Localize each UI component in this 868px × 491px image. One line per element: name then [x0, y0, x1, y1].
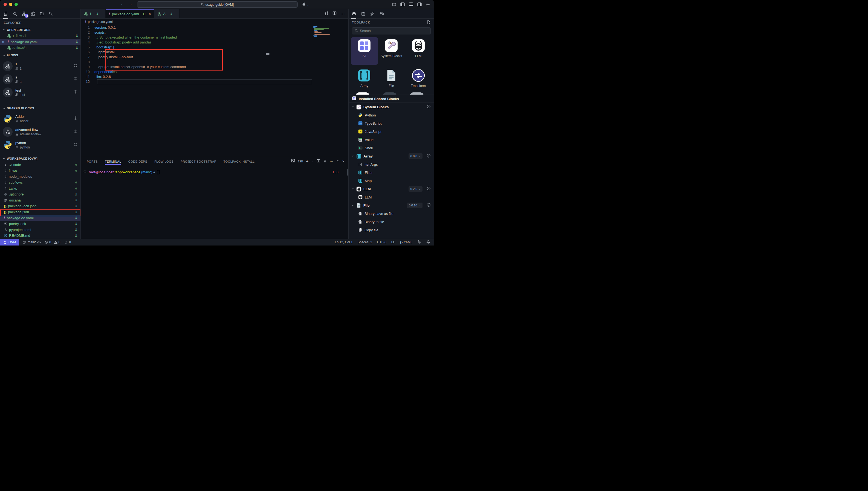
- maximize-window-button[interactable]: [15, 3, 18, 6]
- panel-tab-code-deps[interactable]: CODE DEPS: [128, 158, 147, 165]
- version-selector[interactable]: 0.0.8⌄: [409, 153, 423, 159]
- code-line[interactable]: 2scripts:: [81, 30, 348, 35]
- block-group-llm[interactable]: LLM0.2.6⌄: [349, 185, 434, 193]
- version-selector[interactable]: 0.2.6⌄: [409, 186, 423, 192]
- block-item-python[interactable]: Python: [355, 111, 434, 119]
- toolpack-tile-all[interactable]: All: [351, 37, 378, 65]
- block-item-shell[interactable]: Shell: [355, 144, 434, 152]
- new-toolpack-icon[interactable]: [427, 20, 431, 25]
- maximize-panel-icon[interactable]: [336, 159, 339, 163]
- shell-name[interactable]: zsh: [298, 160, 303, 163]
- customize-layout-icon[interactable]: [392, 2, 396, 8]
- more-actions-icon[interactable]: ⋯: [341, 11, 345, 17]
- terminal-scrollbar[interactable]: [347, 169, 348, 175]
- minimize-window-button[interactable]: [9, 3, 12, 6]
- split-terminal-icon[interactable]: [317, 159, 320, 164]
- caret-down-icon[interactable]: [351, 204, 354, 207]
- code-line[interactable]: 7 poetry install --no-root: [81, 55, 348, 60]
- caret-down-icon[interactable]: [351, 155, 354, 158]
- flows-header[interactable]: FLOWS: [0, 52, 80, 58]
- gear-icon[interactable]: [73, 90, 78, 95]
- workspace-file[interactable]: oocanaU: [0, 197, 80, 203]
- extensions-icon[interactable]: [29, 9, 36, 18]
- code-line[interactable]: 4 # eg: bootstrap: poetry add pandas: [81, 40, 348, 45]
- back-button[interactable]: ←: [120, 2, 124, 6]
- editor-tab-A[interactable]: A U: [154, 9, 180, 18]
- shared-blocks-header[interactable]: SHARED BLOCKS: [0, 105, 80, 112]
- toggle-bottom-panel-icon[interactable]: [409, 2, 413, 7]
- workspace-file[interactable]: poetry.lockU: [0, 221, 80, 227]
- settings-gear-icon[interactable]: [426, 2, 430, 8]
- code-line[interactable]: 11 llm: 0.2.6: [81, 75, 348, 79]
- panel-resize-handle[interactable]: [266, 53, 270, 55]
- rocket-icon[interactable]: [369, 9, 376, 18]
- block-item-binary-to-file[interactable]: Binary to file: [355, 218, 434, 226]
- remote-indicator[interactable]: OVM: [0, 239, 19, 246]
- panel-tab-terminal[interactable]: TERMINAL: [105, 158, 121, 165]
- block-group-system-blocks[interactable]: System Blocks: [349, 103, 434, 111]
- info-icon[interactable]: [427, 154, 431, 158]
- git-branch-indicator[interactable]: main*: [23, 240, 41, 244]
- version-selector[interactable]: 0.0.10⌄: [407, 203, 423, 208]
- workspace-file[interactable]: .gitignoreU: [0, 191, 80, 197]
- open-editor-item[interactable]: Aflows/aU: [0, 45, 80, 51]
- toolpack-tile-llm[interactable]: LLM: [405, 37, 432, 65]
- toolpack-tile-transform[interactable]: Transform: [405, 67, 432, 94]
- close-icon[interactable]: ×: [2, 40, 6, 44]
- folder-icon[interactable]: [38, 9, 46, 18]
- terminal-prompt[interactable]: root@localhost:/app/workspace (main*) #: [83, 170, 159, 174]
- toolpack-tile-array[interactable]: Array: [351, 67, 378, 94]
- editor-tab-1[interactable]: 1 U: [81, 9, 106, 18]
- gear-icon[interactable]: [73, 142, 78, 148]
- flow-list-item[interactable]: 1 1: [0, 60, 80, 73]
- panel-tab-flow-logs[interactable]: FLOW LOGS: [154, 158, 173, 165]
- block-item-javascript[interactable]: JS JavaScript: [355, 127, 434, 136]
- eol[interactable]: LF: [391, 240, 395, 244]
- toolpack-cube-icon[interactable]: [350, 9, 357, 18]
- block-item-copy-file[interactable]: Copy file: [355, 226, 434, 234]
- workspace-file[interactable]: README.mdU: [0, 233, 80, 239]
- block-item-binary-save-as-file[interactable]: Binary save as file: [355, 209, 434, 218]
- toggle-left-sidebar-icon[interactable]: [400, 2, 405, 7]
- open-editors-header[interactable]: OPEN EDITORS: [0, 27, 80, 33]
- code-line[interactable]: 3 # Script executed when the container i…: [81, 35, 348, 40]
- assistant-rabbit-icon[interactable]: [417, 240, 422, 245]
- code-editor[interactable]: 1version: 0.0.12scripts:3 # Script execu…: [81, 25, 348, 157]
- workspace-file[interactable]: {}package-lock.jsonU: [0, 203, 80, 209]
- encoding[interactable]: UTF-8: [377, 240, 386, 244]
- block-item-llm[interactable]: LLM: [355, 193, 434, 201]
- toolpack-tile-file[interactable]: File: [378, 67, 405, 94]
- editor-tab-package.oo.yaml[interactable]: ! package.oo.yaml U×: [106, 9, 155, 18]
- assistant-menu[interactable]: ⌄: [302, 2, 309, 7]
- close-tab-icon[interactable]: ×: [148, 12, 151, 16]
- problems-indicator[interactable]: 0 0: [45, 240, 60, 244]
- open-changes-icon[interactable]: [324, 11, 329, 17]
- info-icon[interactable]: [427, 186, 431, 191]
- toolpack-search-input[interactable]: Search: [352, 27, 431, 34]
- shared-block-item[interactable]: advanced-flow advanced-flow: [0, 125, 80, 138]
- explorer-more-icon[interactable]: ⋯: [73, 21, 77, 25]
- cursor-position[interactable]: Ln 12, Col 1: [335, 240, 353, 244]
- code-line[interactable]: 9 apt-get install netcat-openbsd # your …: [81, 64, 348, 69]
- flow-list-item[interactable]: s a: [0, 73, 80, 86]
- info-icon[interactable]: [427, 203, 431, 208]
- caret-down-icon[interactable]: [351, 106, 354, 109]
- block-item-map[interactable]: Map: [355, 177, 434, 185]
- block-item-filter[interactable]: Filter: [355, 168, 434, 177]
- gear-icon[interactable]: [73, 77, 78, 82]
- minimap[interactable]: [313, 26, 331, 38]
- block-item-typescript[interactable]: TS TypeScript: [355, 119, 434, 127]
- flow-list-item[interactable]: test test: [0, 86, 80, 99]
- panel-tab-toolpack-install[interactable]: TOOLPACK INSTALL: [223, 158, 255, 165]
- panel-more-icon[interactable]: ⋯: [330, 160, 333, 163]
- gear-icon[interactable]: [73, 129, 78, 135]
- shared-block-item[interactable]: python python: [0, 138, 80, 151]
- toggle-right-sidebar-icon[interactable]: [417, 2, 422, 7]
- ports-indicator[interactable]: 0: [64, 240, 71, 244]
- gift-icon[interactable]: [359, 9, 367, 18]
- split-editor-icon[interactable]: [332, 11, 336, 17]
- kill-terminal-icon[interactable]: [323, 159, 327, 164]
- block-group-array[interactable]: Array0.0.8⌄: [349, 152, 434, 160]
- key-icon[interactable]: [47, 9, 54, 18]
- search-icon[interactable]: [11, 9, 18, 18]
